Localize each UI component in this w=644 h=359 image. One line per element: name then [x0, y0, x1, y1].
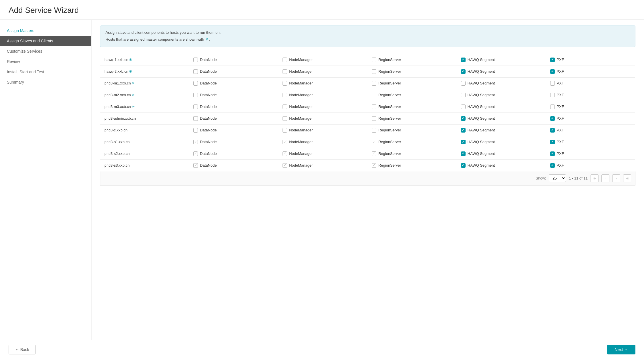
checkbox-regionserver[interactable] [372, 81, 376, 86]
checkbox-pxf[interactable] [550, 140, 555, 144]
checkbox-hawq-segment[interactable] [461, 58, 466, 62]
component-cell-hawq-segment: HAWQ Segment [457, 54, 546, 66]
checkbox-datanode[interactable] [193, 58, 198, 62]
component-label: NodeManager [289, 151, 313, 156]
checkbox-regionserver[interactable] [372, 69, 376, 74]
component-label: PXF [557, 128, 564, 132]
checkbox-datanode[interactable] [193, 151, 198, 156]
checkbox-nodemanager[interactable] [283, 69, 287, 74]
component-label: RegionServer [378, 128, 401, 132]
checkbox-nodemanager[interactable] [283, 151, 287, 156]
checkbox-nodemanager[interactable] [283, 104, 287, 109]
component-label: DataNode [200, 151, 217, 156]
host-name-cell: phd3-s2.xxb.cn [100, 148, 190, 159]
host-name-cell: phd3-m2.xxb.cn✳ [100, 89, 190, 101]
checkbox-datanode[interactable] [193, 81, 198, 86]
checkbox-hawq-segment[interactable] [461, 128, 466, 133]
checkbox-regionserver[interactable] [372, 93, 376, 97]
prev-page-button[interactable]: ‹ [601, 174, 609, 182]
back-button[interactable]: ← Back [9, 345, 36, 354]
checkbox-pxf[interactable] [550, 128, 555, 133]
master-star-icon: ✳ [129, 69, 132, 74]
component-cell-nodemanager: NodeManager [279, 66, 368, 77]
component-label: NodeManager [289, 93, 313, 97]
sidebar-item-assign-masters[interactable]: Assign Masters [0, 25, 91, 36]
component-cell-nodemanager: NodeManager [279, 54, 368, 66]
checkbox-nodemanager[interactable] [283, 116, 287, 121]
checkbox-nodemanager[interactable] [283, 163, 287, 168]
component-label: NodeManager [289, 58, 313, 62]
checkbox-hawq-segment[interactable] [461, 81, 466, 86]
checkbox-regionserver[interactable] [372, 151, 376, 156]
component-label: PXF [557, 151, 564, 156]
component-label: NodeManager [289, 116, 313, 121]
next-button[interactable]: Next → [607, 345, 635, 354]
checkbox-datanode[interactable] [193, 93, 198, 97]
component-label: RegionServer [378, 58, 401, 62]
checkbox-hawq-segment[interactable] [461, 93, 466, 97]
component-cell-nodemanager: NodeManager [279, 89, 368, 101]
component-cell-datanode: DataNode [189, 124, 279, 136]
checkbox-nodemanager[interactable] [283, 81, 287, 86]
checkbox-pxf[interactable] [550, 81, 555, 86]
checkbox-hawq-segment[interactable] [461, 151, 466, 156]
component-label: RegionServer [378, 116, 401, 121]
component-label: HAWQ Segment [468, 58, 495, 62]
component-label: HAWQ Segment [468, 104, 495, 109]
component-label: HAWQ Segment [468, 151, 495, 156]
checkbox-pxf[interactable] [550, 151, 555, 156]
component-label: PXF [557, 93, 564, 97]
checkbox-nodemanager[interactable] [283, 128, 287, 133]
checkbox-pxf[interactable] [550, 163, 555, 168]
component-label: NodeManager [289, 128, 313, 132]
checkbox-hawq-segment[interactable] [461, 69, 466, 74]
component-cell-datanode: DataNode [189, 159, 279, 171]
first-page-button[interactable]: ⏮ [591, 174, 599, 182]
checkbox-nodemanager[interactable] [283, 93, 287, 97]
component-cell-pxf: PXF [546, 113, 635, 124]
checkbox-pxf[interactable] [550, 69, 555, 74]
host-name-cell: phd3-m3.xxb.cn✳ [100, 101, 190, 113]
checkbox-pxf[interactable] [550, 58, 555, 62]
checkbox-hawq-segment[interactable] [461, 104, 466, 109]
checkbox-pxf[interactable] [550, 104, 555, 109]
checkbox-nodemanager[interactable] [283, 140, 287, 144]
checkbox-datanode[interactable] [193, 69, 198, 74]
sidebar-item-customize-services: Customize Services [0, 46, 91, 56]
checkbox-hawq-segment[interactable] [461, 116, 466, 121]
next-page-button[interactable]: › [612, 174, 620, 182]
checkbox-datanode[interactable] [193, 104, 198, 109]
table-row: phd3-admin.xxb.cnDataNodeNodeManagerRegi… [100, 113, 635, 124]
component-cell-regionserver: RegionServer [368, 54, 457, 66]
component-label: RegionServer [378, 163, 401, 167]
component-label: HAWQ Segment [468, 128, 495, 132]
master-star-icon: ✳ [132, 81, 135, 85]
table-row: phd3-s3.xxb.cnDataNodeNodeManagerRegionS… [100, 159, 635, 171]
checkbox-regionserver[interactable] [372, 116, 376, 121]
checkbox-pxf[interactable] [550, 116, 555, 121]
sidebar-item-install-start-test: Install, Start and Test [0, 67, 91, 77]
component-label: RegionServer [378, 81, 401, 85]
checkbox-hawq-segment[interactable] [461, 163, 466, 168]
checkbox-nodemanager[interactable] [283, 58, 287, 62]
page-title: Add Service Wizard [0, 0, 644, 20]
checkbox-regionserver[interactable] [372, 163, 376, 168]
checkbox-datanode[interactable] [193, 128, 198, 133]
checkbox-datanode[interactable] [193, 116, 198, 121]
checkbox-hawq-segment[interactable] [461, 140, 466, 144]
checkbox-pxf[interactable] [550, 93, 555, 97]
component-label: NodeManager [289, 104, 313, 109]
component-label: PXF [557, 104, 564, 109]
table-row: phd3-m3.xxb.cn✳DataNodeNodeManagerRegion… [100, 101, 635, 113]
checkbox-regionserver[interactable] [372, 128, 376, 133]
checkbox-regionserver[interactable] [372, 104, 376, 109]
last-page-button[interactable]: ⏭ [623, 174, 631, 182]
checkbox-regionserver[interactable] [372, 140, 376, 144]
checkbox-datanode[interactable] [193, 163, 198, 168]
host-name-cell: phd3-c.xxb.cn [100, 124, 190, 136]
checkbox-regionserver[interactable] [372, 58, 376, 62]
page-size-select[interactable]: 102550100 [549, 174, 566, 182]
checkbox-datanode[interactable] [193, 140, 198, 144]
component-cell-pxf: PXF [546, 54, 635, 66]
page-wrapper: Add Service Wizard Assign MastersAssign … [0, 0, 644, 359]
